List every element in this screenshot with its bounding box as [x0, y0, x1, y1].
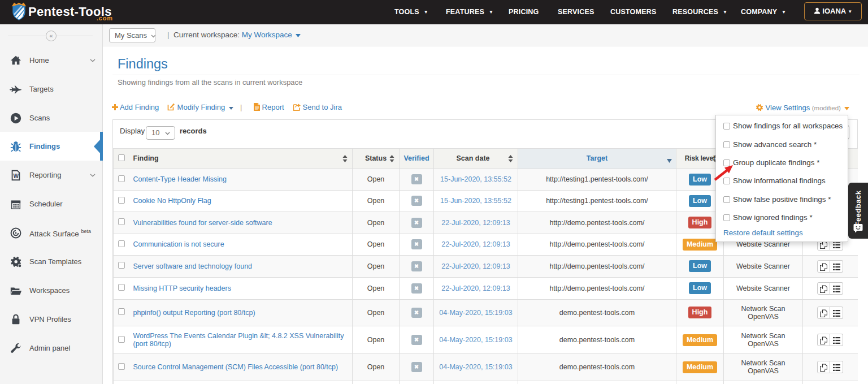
svg-text:W: W	[13, 172, 19, 179]
